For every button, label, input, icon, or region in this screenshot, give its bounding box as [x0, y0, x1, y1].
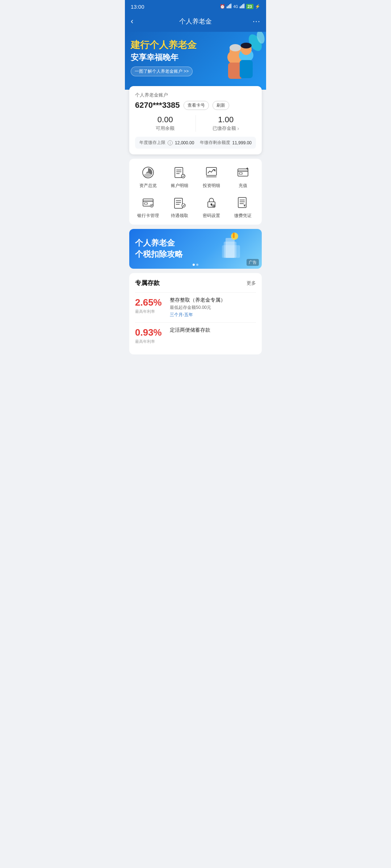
deposited-amount[interactable]: 1.00 已缴存金额 › — [196, 115, 256, 132]
svg-point-43 — [210, 204, 212, 205]
svg-text:¥: ¥ — [244, 204, 245, 207]
svg-rect-37 — [175, 198, 182, 208]
header: ‹ 个人养老金 ··· — [125, 13, 266, 32]
func-bank-card[interactable]: 银行卡管理 — [132, 195, 164, 219]
account-limits: 年度缴存上限 i 12,000.00 年缴存剩余额度 11,999.00 — [135, 137, 256, 149]
deposit-item-2[interactable]: 0.93% 最高年利率 定活两便储蓄存款 — [135, 322, 256, 349]
svg-rect-6 — [242, 4, 243, 8]
svg-rect-7 — [243, 4, 244, 8]
account-detail-icon — [172, 165, 188, 180]
deposit-rate-label-1: 最高年利率 — [135, 309, 164, 314]
recharge-icon — [235, 165, 251, 180]
svg-rect-4 — [240, 7, 241, 8]
benefit-claim-icon — [172, 195, 188, 210]
svg-rect-57 — [233, 233, 235, 238]
charge-icon: ⚡ — [255, 4, 260, 9]
func-assets-overview-label: 资产总览 — [139, 183, 157, 189]
banner-illustration — [208, 32, 266, 90]
deposit-min-1: 最低起存金额50.00元 — [170, 305, 256, 311]
svg-rect-2 — [229, 4, 230, 8]
svg-rect-3 — [231, 4, 232, 8]
refresh-button[interactable]: 刷新 — [213, 101, 229, 110]
svg-rect-0 — [227, 7, 228, 8]
svg-rect-5 — [241, 5, 242, 8]
banner-link[interactable]: 一图了解个人养老金账户 >> — [131, 67, 193, 76]
svg-point-13 — [230, 44, 241, 51]
back-button[interactable]: ‹ — [131, 17, 142, 26]
signal-icon-2 — [240, 4, 245, 10]
investment-detail-icon — [203, 165, 219, 180]
status-icons: ⏰ 4G 23 ⚡ — [220, 4, 260, 10]
deposit-rate-2: 0.93% 最高年利率 — [135, 327, 164, 344]
deposit-rate-value-1: 2.65% — [135, 297, 164, 308]
svg-rect-15 — [240, 60, 253, 78]
more-button[interactable]: ··· — [249, 17, 260, 26]
svg-rect-1 — [228, 5, 229, 8]
account-balances: 0.00 可用余额 1.00 已缴存金额 › — [135, 115, 256, 132]
deposit-rate-1: 2.65% 最高年利率 — [135, 297, 164, 314]
func-recharge[interactable]: 充值 — [227, 165, 259, 189]
deposit-period-1: 三个月-五年 — [170, 312, 256, 318]
svg-point-17 — [241, 43, 252, 48]
annual-limit: 年度缴存上限 i 12,000.00 — [139, 140, 194, 146]
available-balance-amount: 0.00 — [135, 115, 196, 124]
func-investment-detail[interactable]: 投资明细 — [196, 165, 227, 189]
ad-title-line2: 个税扣除攻略 — [135, 249, 183, 260]
deposit-item-1[interactable]: 2.65% 最高年利率 整存整取（养老金专属） 最低起存金额50.00元 三个月… — [135, 292, 256, 322]
view-card-button[interactable]: 查看卡号 — [184, 101, 209, 110]
svg-point-41 — [182, 204, 185, 207]
deposit-name-2: 定活两便储蓄存款 — [170, 327, 256, 333]
ad-badge: 广告 — [247, 259, 259, 266]
account-number: 6270***3385 — [135, 101, 180, 110]
func-investment-detail-label: 投资明细 — [203, 183, 220, 189]
signal-icon — [227, 4, 232, 10]
ad-dots — [193, 264, 198, 266]
func-account-detail-label: 账户明细 — [171, 183, 188, 189]
banner: 建行个人养老金 安享幸福晚年 一图了解个人养老金账户 >> — [125, 32, 266, 90]
svg-rect-28 — [239, 173, 242, 174]
annual-limit-label: 年度缴存上限 — [139, 140, 165, 146]
ad-title: 个人养老金 个税扣除攻略 — [135, 238, 183, 260]
ad-banner[interactable]: 个人养老金 个税扣除攻略 广告 — [129, 229, 262, 269]
deposited-arrow: › — [237, 125, 239, 131]
func-fee-receipt[interactable]: ¥ 缴费凭证 — [227, 195, 259, 219]
dot-1 — [193, 264, 195, 266]
remaining-quota: 年缴存剩余额度 11,999.00 — [200, 140, 252, 146]
svg-rect-33 — [144, 203, 147, 204]
func-fee-receipt-label: 缴费凭证 — [234, 213, 252, 219]
account-number-row: 6270***3385 查看卡号 刷新 — [135, 101, 256, 110]
info-icon: i — [168, 140, 173, 145]
deposited-amount-value: 1.00 — [196, 115, 256, 124]
status-time: 13:00 — [131, 4, 144, 10]
func-recharge-label: 充值 — [239, 183, 247, 189]
deposit-info-1: 整存整取（养老金专属） 最低起存金额50.00元 三个月-五年 — [170, 297, 256, 318]
page-title: 个人养老金 — [142, 17, 249, 26]
section-more[interactable]: 更多 — [247, 280, 256, 286]
alarm-icon: ⏰ — [220, 4, 225, 9]
func-benefit-claim[interactable]: 待遇领取 — [164, 195, 196, 219]
func-account-detail[interactable]: 账户明细 — [164, 165, 196, 189]
account-card: 个人养老金账户 6270***3385 查看卡号 刷新 0.00 可用余额 1.… — [129, 86, 262, 154]
battery-icon: 23 — [246, 4, 253, 9]
func-benefit-claim-label: 待遇领取 — [171, 213, 188, 219]
func-assets-overview[interactable]: 资产总览 — [132, 165, 164, 189]
dot-2 — [196, 264, 198, 266]
func-bank-card-label: 银行卡管理 — [137, 213, 159, 219]
assets-overview-icon — [140, 165, 156, 180]
annual-limit-value: 12,000.00 — [175, 140, 194, 145]
network-label: 4G — [233, 5, 238, 9]
deposit-section: 专属存款 更多 2.65% 最高年利率 整存整取（养老金专属） 最低起存金额50… — [129, 273, 262, 354]
ad-title-line1: 个人养老金 — [135, 238, 183, 249]
bank-card-icon — [140, 195, 156, 210]
function-grid: 资产总览 账户明细 投资明细 — [129, 159, 262, 225]
func-password-setting[interactable]: 密码设置 — [196, 195, 227, 219]
fee-receipt-icon: ¥ — [235, 195, 251, 210]
available-balance: 0.00 可用余额 — [135, 115, 196, 132]
svg-point-23 — [181, 174, 185, 178]
section-header: 专属存款 更多 — [135, 279, 256, 287]
account-label: 个人养老金账户 — [135, 92, 256, 98]
remaining-quota-value: 11,999.00 — [232, 140, 252, 145]
deposit-rate-label-2: 最高年利率 — [135, 339, 164, 344]
password-setting-icon — [203, 195, 219, 210]
available-balance-label: 可用余额 — [135, 125, 196, 132]
